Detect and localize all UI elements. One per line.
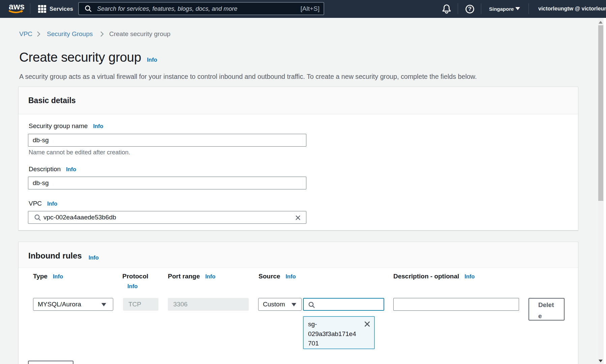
svg-text:aws: aws	[9, 3, 24, 11]
